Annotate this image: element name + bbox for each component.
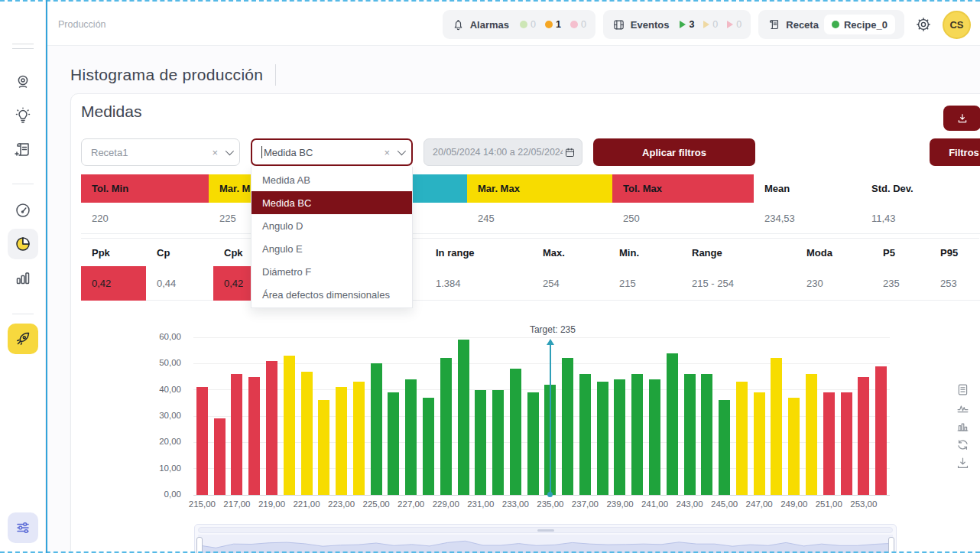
histogram-bar (649, 379, 660, 495)
histogram-bar (667, 353, 678, 495)
dropdown-option[interactable]: Medida BC (251, 191, 412, 214)
histogram-bar (579, 374, 591, 495)
histogram-bar (841, 392, 852, 495)
stat-header-cell: Moda (796, 239, 872, 266)
datazoom-preview (198, 535, 893, 553)
status-dot (520, 21, 527, 28)
data-view-icon[interactable] (956, 383, 969, 396)
y-axis-tick-label: 0,00 (141, 490, 181, 499)
events-label: Eventos (631, 19, 670, 31)
status-count: 3 (680, 19, 694, 30)
datazoom-rail[interactable] (198, 527, 893, 533)
line-chart-icon[interactable] (956, 402, 969, 415)
histogram-bar (458, 340, 469, 495)
clear-icon[interactable]: × (384, 147, 390, 158)
dropdown-option[interactable]: Angulo D (251, 214, 412, 237)
stat-header-cell: P95 (930, 239, 980, 266)
histogram-bar (510, 369, 521, 495)
bar-chart-icon[interactable] (956, 420, 969, 433)
pie-chart-icon[interactable] (8, 229, 38, 259)
date-range-input[interactable]: 20/05/2024 14:00 a 22/05/2024 (423, 138, 582, 166)
chart-gridline (193, 468, 890, 469)
dropdown-option[interactable]: Angulo E (251, 237, 412, 260)
apply-filters-button[interactable]: Aplicar filtros (593, 138, 755, 166)
download-icon (956, 112, 969, 125)
chart-toolbar (956, 383, 969, 470)
lightbulb-icon[interactable] (8, 100, 38, 131)
target-marker-dot (547, 492, 553, 497)
dropdown-option[interactable]: Medida AB (251, 168, 412, 191)
save-image-icon[interactable] (956, 457, 969, 470)
medidas-card: Medidas Receta1 × Medida BC × 20/05/2024… (70, 93, 980, 553)
download-button[interactable] (943, 106, 980, 131)
histogram-bar (475, 390, 486, 495)
stat-header-cell: Tol. Min (81, 174, 209, 203)
datazoom-handle-right[interactable] (888, 537, 894, 553)
rocket-icon[interactable] (8, 324, 38, 354)
dropdown-option[interactable]: Diámetro F (251, 260, 412, 283)
histogram-bar (266, 361, 277, 495)
bar-chart-icon[interactable] (8, 262, 38, 293)
stat-value-cell: 230 (796, 266, 872, 301)
chart-gridline (193, 442, 890, 443)
histogram-bar (371, 363, 382, 495)
histogram-bar (788, 398, 800, 495)
events-pill[interactable]: Eventos 300 (603, 10, 751, 39)
stat-value-cell: 253 (930, 266, 980, 301)
histogram-bar (440, 358, 452, 495)
recipe-label: Receta (786, 19, 819, 31)
histogram-bar (527, 392, 539, 495)
settings-gear-icon[interactable] (912, 16, 935, 33)
histogram-bar (336, 387, 347, 495)
stat-header-cell: In range (425, 239, 532, 266)
datazoom-slider[interactable] (194, 524, 897, 553)
chart-gridline (193, 389, 890, 390)
histogram-bar (214, 418, 226, 495)
stats-value-row-1: 220225245250234,5311,43 (81, 203, 979, 234)
measure-dropdown: Medida ABMedida BCAngulo DAngulo EDiámet… (251, 167, 413, 308)
histogram-bar (806, 374, 817, 495)
histogram-bar (196, 387, 208, 495)
target-marker-line (550, 343, 551, 495)
sliders-icon[interactable] (8, 512, 38, 543)
y-axis-tick-label: 10,00 (141, 464, 181, 473)
histogram-bar (754, 392, 765, 495)
sidebar-collapse-handle[interactable] (12, 44, 34, 53)
page-title: Histograma de producción (70, 66, 263, 84)
datazoom-nub[interactable] (537, 529, 554, 532)
recipe-pill[interactable]: Receta Recipe_0 (758, 10, 904, 39)
recipe-add-icon[interactable] (8, 135, 38, 165)
restore-icon[interactable] (956, 438, 969, 451)
bell-icon (452, 18, 465, 31)
measure-select[interactable]: Medida BC × (251, 138, 413, 166)
y-axis-tick-label: 60,00 (141, 332, 181, 341)
recipe-select[interactable]: Receta1 × (81, 138, 240, 166)
histogram-bar (231, 374, 242, 495)
datazoom-handle-left[interactable] (196, 537, 203, 553)
user-avatar[interactable]: CS (943, 11, 971, 39)
dropdown-option[interactable]: Área defectos dimensionales (251, 283, 412, 306)
card-title: Medidas (81, 102, 141, 121)
status-dot (545, 21, 553, 28)
histogram-bar (388, 392, 399, 495)
histogram-bar (284, 356, 295, 495)
histogram-bar (701, 374, 712, 495)
x-axis-tick-label: 253,00 (841, 499, 887, 509)
stat-value-cell: 215 (608, 266, 681, 301)
stats-header-row-2: PpkCpCpkIn rangeMax.Min.RangeModaP5P95 (81, 238, 979, 266)
histogram-bar (423, 398, 434, 495)
date-range-value: 20/05/2024 14:00 a 22/05/2024 (433, 147, 563, 158)
chevron-down-icon (398, 147, 406, 155)
camera-icon[interactable] (8, 67, 38, 97)
alarms-pill[interactable]: Alarmas 010 (443, 10, 595, 39)
clear-icon[interactable]: × (212, 147, 218, 158)
histogram-bar (614, 379, 625, 495)
histogram-bar (562, 358, 573, 495)
gauge-icon[interactable] (8, 195, 38, 226)
status-count: 0 (520, 19, 536, 30)
stat-header-cell: P5 (872, 239, 930, 266)
stat-value-cell: 254 (532, 266, 608, 301)
status-count: 0 (703, 19, 718, 30)
stat-header-cell: Range (681, 239, 796, 266)
filters-button[interactable]: Filtros (930, 138, 980, 166)
